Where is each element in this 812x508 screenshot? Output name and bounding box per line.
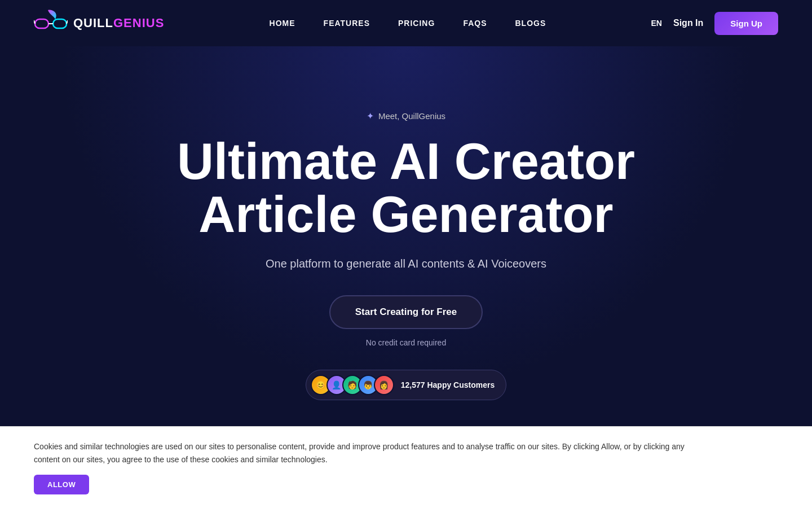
signin-link[interactable]: Sign In	[673, 18, 703, 28]
meet-label: Meet, QuillGenius	[378, 111, 445, 121]
nav-pricing[interactable]: PRICING	[398, 19, 435, 28]
avatar-group: 😊 👤 🧑 👦 👩	[311, 375, 394, 395]
svg-rect-0	[35, 19, 48, 28]
logo[interactable]: QUILLGENIUS	[34, 9, 164, 37]
nav-features[interactable]: FEATURES	[324, 19, 370, 28]
no-credit-card-text: No credit card required	[366, 338, 446, 347]
nav-links: HOME FEATURES PRICING FAQS BLOGS	[270, 18, 546, 28]
logo-icon	[34, 9, 68, 37]
hero-title-line2: Article Generator	[198, 186, 613, 243]
hero-title: Ultimate AI Creator Article Generator	[177, 135, 635, 242]
svg-line-3	[34, 20, 35, 24]
sparkle-icon: ✦	[367, 111, 374, 121]
language-selector[interactable]: EN	[651, 19, 662, 28]
hero-title-line1: Ultimate AI Creator	[177, 133, 635, 190]
nav-home[interactable]: HOME	[270, 19, 295, 28]
signup-button[interactable]: Sign Up	[714, 12, 778, 35]
hero-section: ✦ Meet, QuillGenius Ultimate AI Creator …	[0, 46, 812, 453]
nav-right: EN Sign In Sign Up	[651, 12, 778, 35]
svg-line-4	[67, 20, 68, 24]
meet-badge: ✦ Meet, QuillGenius	[367, 111, 445, 121]
cookie-banner: Cookies and similar technologies are use…	[0, 426, 812, 508]
avatar: 👩	[374, 375, 394, 395]
svg-rect-1	[53, 19, 67, 28]
nav-blogs[interactable]: BLOGS	[515, 19, 546, 28]
hero-subtitle: One platform to generate all AI contents…	[266, 257, 546, 270]
allow-button[interactable]: ALLOW	[34, 475, 89, 494]
cookie-text: Cookies and similar technologies are use…	[34, 440, 710, 466]
logo-text: QUILLGENIUS	[73, 16, 164, 30]
customers-count: 12,577 Happy Customers	[401, 380, 495, 389]
navbar: QUILLGENIUS HOME FEATURES PRICING FAQS B…	[0, 0, 812, 46]
nav-faqs[interactable]: FAQS	[463, 19, 487, 28]
customers-badge: 😊 👤 🧑 👦 👩 12,577 Happy Customers	[306, 370, 507, 400]
cta-button[interactable]: Start Creating for Free	[329, 295, 483, 329]
